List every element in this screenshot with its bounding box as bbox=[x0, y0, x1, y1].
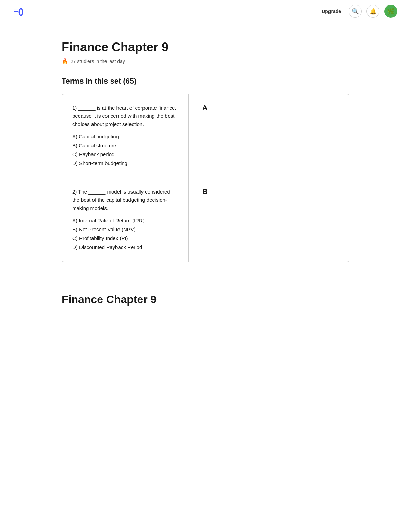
terms-heading: Terms in this set (65) bbox=[62, 77, 349, 86]
answer-value-1: A bbox=[202, 104, 207, 111]
header: ≡() Upgrade 🔍 🔔 🌿 bbox=[0, 0, 411, 23]
choice-2b: B) Net Present Value (NPV) bbox=[72, 225, 178, 234]
choice-1a: A) Capital budgeting bbox=[72, 133, 178, 141]
choice-2d: D) Discounted Payback Period bbox=[72, 243, 178, 251]
question-text-2: 2) The ______ model is usually considere… bbox=[72, 188, 178, 212]
avatar-image: 🌿 bbox=[387, 8, 395, 15]
search-button[interactable]: 🔍 bbox=[349, 5, 362, 18]
avatar-button[interactable]: 🌿 bbox=[384, 5, 397, 18]
fire-icon: 🔥 bbox=[62, 58, 68, 64]
studiers-text: 27 studiers in the last day bbox=[71, 59, 125, 64]
flashcard-row: 1) ______ is at the heart of corporate f… bbox=[62, 94, 349, 178]
studiers-row: 🔥 27 studiers in the last day bbox=[62, 58, 349, 64]
flashcard-answer-1: A bbox=[189, 94, 349, 178]
flashcard-question-1: 1) ______ is at the heart of corporate f… bbox=[62, 94, 189, 178]
notifications-button[interactable]: 🔔 bbox=[366, 5, 379, 18]
choice-1d: D) Short-term budgeting bbox=[72, 159, 178, 168]
logo-area: ≡() bbox=[14, 6, 23, 17]
flashcard-table: 1) ______ is at the heart of corporate f… bbox=[62, 94, 349, 262]
search-icon: 🔍 bbox=[352, 8, 359, 15]
flashcard-question-2: 2) The ______ model is usually considere… bbox=[62, 178, 189, 262]
flashcard-answer-2: B bbox=[189, 178, 349, 262]
header-right: Upgrade 🔍 🔔 🌿 bbox=[319, 5, 397, 18]
flashcard-row: 2) The ______ model is usually considere… bbox=[62, 178, 349, 262]
choice-1c: C) Payback period bbox=[72, 150, 178, 159]
choice-2a: A) Internal Rate of Return (IRR) bbox=[72, 216, 178, 225]
page-title: Finance Chapter 9 bbox=[62, 40, 349, 54]
bell-icon: 🔔 bbox=[370, 8, 377, 15]
choice-2c: C) Profitability Index (PI) bbox=[72, 234, 178, 243]
answer-value-2: B bbox=[202, 188, 207, 195]
footer-title: Finance Chapter 9 bbox=[62, 283, 349, 306]
logo-icon: ≡() bbox=[14, 6, 23, 17]
main-content: Finance Chapter 9 🔥 27 studiers in the l… bbox=[48, 23, 363, 326]
question-text-1: 1) ______ is at the heart of corporate f… bbox=[72, 104, 178, 128]
upgrade-button[interactable]: Upgrade bbox=[319, 7, 344, 16]
choice-1b: B) Capital structure bbox=[72, 141, 178, 150]
